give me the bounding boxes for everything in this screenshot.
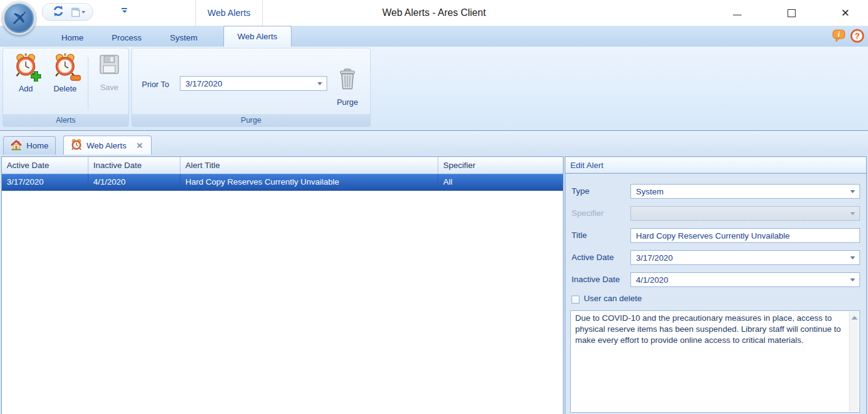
column-header-specifier[interactable]: Specifier [438,157,563,174]
prior-to-label: Prior To [142,80,169,89]
maximize-icon [788,9,796,17]
tab-close-icon[interactable]: ✕ [136,141,143,150]
active-date-combo[interactable]: 3/17/2020 [630,250,860,265]
user-can-delete-checkbox[interactable] [572,296,579,304]
ribbon-tab-system[interactable]: System [161,28,206,47]
group-separator [88,57,88,110]
column-header-inactive-date[interactable]: Inactive Date [88,157,180,174]
title-bar: Web Alerts - Ares Client [0,0,868,26]
type-combo[interactable]: System [630,184,860,199]
document-tab-home-label: Home [26,141,48,150]
title-input[interactable] [630,228,860,243]
user-can-delete-label: User can delete [584,294,642,303]
floppy-disk-icon [98,53,121,79]
table-row-selected[interactable]: 3/17/2020 4/1/2020 Hard Copy Reserves Cu… [2,174,563,191]
refresh-icon[interactable] [52,5,64,20]
description-textarea[interactable]: Due to COVID-10 and the precautionary me… [571,311,848,412]
house-icon [10,139,22,153]
maximize-button[interactable] [782,4,800,22]
ribbon-tab-row: Home Process System Web Alerts i ? [0,26,868,47]
application-menu-button[interactable] [2,2,36,35]
column-header-active-date[interactable]: Active Date [2,157,88,174]
chevron-down-icon [850,212,855,215]
delete-button-label: Delete [53,84,77,93]
ribbon-group-alerts: Add [2,48,129,127]
ribbon: Add [0,47,868,131]
type-label: Type [572,186,589,196]
trash-icon [336,67,359,93]
prior-to-date-value: 3/17/2020 [185,79,222,88]
specifier-label: Specifier [572,209,604,218]
document-tab-web-alerts-label: Web Alerts [87,141,126,150]
description-scrollbar[interactable] [849,312,859,412]
cell-inactive-date: 4/1/2020 [88,174,180,190]
document-tab-home[interactable]: Home [3,136,56,155]
close-icon: ✕ [841,8,850,18]
chevron-down-icon [850,278,855,282]
minimize-icon [733,15,742,15]
purge-button-label: Purge [337,98,358,107]
cell-specifier: All [438,174,563,190]
bow-arrow-icon [10,9,28,28]
customize-quick-access-icon[interactable] [122,8,127,13]
alarm-clock-add-icon [14,53,38,80]
description-field: Due to COVID-10 and the precautionary me… [570,310,860,413]
column-header-alert-title[interactable]: Alert Title [180,157,438,174]
svg-text:?: ? [855,31,860,40]
edit-alert-panel: Edit Alert Type System Specifier Title A… [565,156,867,414]
prior-to-date-combo[interactable]: 3/17/2020 [180,76,327,91]
chevron-down-icon [850,190,855,193]
main-content: Active Date Inactive Date Alert Title Sp… [0,155,868,414]
delete-alert-button[interactable]: Delete [46,48,84,109]
about-info-icon[interactable]: i [832,29,846,45]
alarm-clock-delete-icon [53,53,77,80]
ribbon-bottom-separator [0,130,868,131]
new-alert-icon[interactable] [70,7,85,18]
edit-alert-header: Edit Alert [565,157,866,174]
help-icon[interactable]: ? [850,29,864,45]
title-label: Title [572,231,587,240]
ribbon-tab-web-alerts[interactable]: Web Alerts [223,26,292,47]
save-alert-button: Save [93,48,126,109]
active-date-label: Active Date [572,253,614,262]
chevron-down-icon [317,82,322,85]
cell-active-date: 3/17/2020 [2,174,88,190]
inactive-date-label: Inactive Date [572,275,620,284]
type-value: System [636,187,664,196]
table-header-row: Active Date Inactive Date Alert Title Sp… [2,157,563,174]
minimize-button[interactable] [728,4,746,22]
scroll-up-icon[interactable] [850,313,859,322]
document-tab-web-alerts[interactable]: Web Alerts ✕ [63,136,152,155]
purge-group-label: Purge [132,114,370,126]
add-alert-button[interactable]: Add [8,48,44,109]
inactive-date-combo[interactable]: 4/1/2020 [630,272,860,287]
save-button-label: Save [100,83,118,92]
alerts-table: Active Date Inactive Date Alert Title Sp… [1,156,564,414]
ribbon-group-purge: Prior To 3/17/2020 Purge [131,48,371,127]
alarm-clock-icon [71,139,82,152]
inactive-date-value: 4/1/2020 [636,275,668,285]
dropdown-icon [82,11,85,13]
ribbon-tab-process[interactable]: Process [103,28,150,47]
ribbon-tab-home[interactable]: Home [53,28,92,47]
close-button[interactable]: ✕ [836,4,854,22]
chevron-down-icon [850,256,855,259]
window-controls: ✕ [721,0,862,26]
add-button-label: Add [18,84,33,93]
specifier-combo [630,206,860,221]
alerts-group-label: Alerts [3,114,128,126]
active-date-value: 3/17/2020 [636,253,673,263]
ares-client-window: Web Alerts - Ares Client [0,0,868,414]
document-tab-strip: Home Web Alerts ✕ [0,132,868,155]
quick-access-toolbar [42,3,93,21]
cell-alert-title: Hard Copy Reserves Currently Unvailable [180,174,438,190]
contextual-tab-header: Web Alerts [195,0,263,26]
